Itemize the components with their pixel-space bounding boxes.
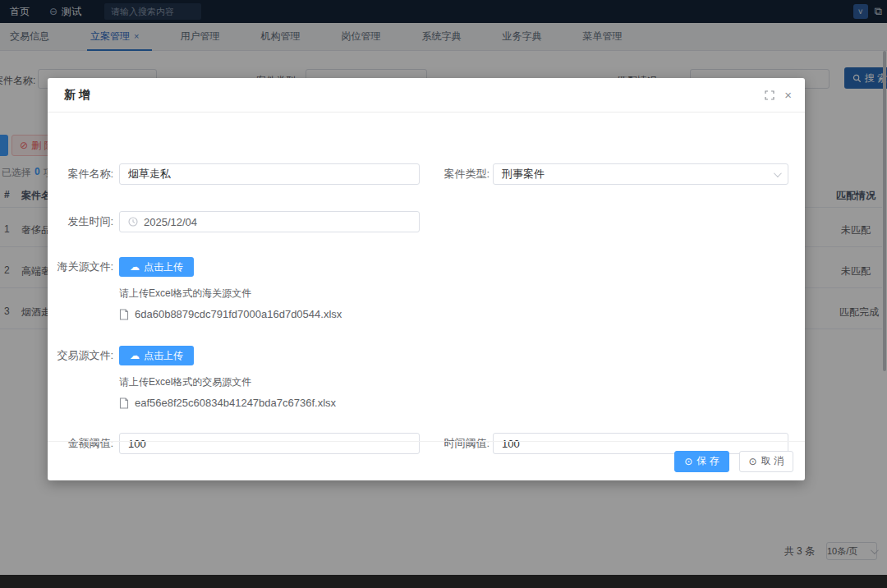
document-icon xyxy=(119,397,129,409)
customs-file-name: 6da60b8879cdc791fd7000a16d7d0544.xlsx xyxy=(135,308,342,320)
occur-time-label: 发生时间: xyxy=(48,211,113,232)
save-icon: ⊙ xyxy=(684,456,692,467)
trade-file-label: 交易源文件: xyxy=(48,345,113,366)
case-type-value: 刑事案件 xyxy=(502,167,545,181)
app-window: 首页 ⊖ 测试 ˅ ⧉ 交易信息 立案管理× 用户管理 机构管理 岗位管理 xyxy=(0,0,887,588)
cloud-upload-icon: ☁ xyxy=(130,261,140,273)
dialog-body: 案件名称: 案件类型: 刑事案件 发生时间: 2025/12/04 海关源文件:… xyxy=(48,113,805,449)
case-type-select[interactable]: 刑事案件 xyxy=(493,163,788,185)
occur-time-value: 2025/12/04 xyxy=(144,216,197,228)
trade-file-name: eaf56e8f25c60834b41247bda7c6736f.xlsx xyxy=(135,397,336,409)
dialog-footer: ⊙ 保 存 ⊙ 取 消 xyxy=(48,441,805,480)
dialog-title: 新 增 xyxy=(64,88,90,103)
occur-time-picker[interactable]: 2025/12/04 xyxy=(119,211,420,232)
chevron-down-icon xyxy=(774,169,782,177)
trade-file-item[interactable]: eaf56e8f25c60834b41247bda7c6736f.xlsx xyxy=(119,397,336,409)
case-name-label: 案件名称: xyxy=(48,163,113,185)
cancel-button[interactable]: ⊙ 取 消 xyxy=(739,451,793,472)
cancel-icon: ⊙ xyxy=(749,456,757,467)
customs-file-item[interactable]: 6da60b8879cdc791fd7000a16d7d0544.xlsx xyxy=(119,308,342,320)
customs-file-label: 海关源文件: xyxy=(48,256,113,278)
dialog-header: 新 增 × xyxy=(48,78,805,113)
add-case-dialog: 新 增 × 案件名称: 案件类型: 刑事案件 发生时间: xyxy=(48,78,805,480)
fullscreen-icon[interactable] xyxy=(765,90,774,100)
close-icon[interactable]: × xyxy=(784,89,792,101)
trade-upload-button[interactable]: ☁ 点击上传 xyxy=(119,346,194,365)
clock-icon xyxy=(128,217,138,227)
trade-upload-hint: 请上传Excel格式的交易源文件 xyxy=(119,375,251,389)
cloud-upload-icon: ☁ xyxy=(130,350,140,361)
case-name-input[interactable] xyxy=(119,163,420,185)
customs-upload-hint: 请上传Excel格式的海关源文件 xyxy=(119,287,251,301)
case-type-label: 案件类型: xyxy=(425,163,489,185)
customs-upload-button[interactable]: ☁ 点击上传 xyxy=(119,257,194,277)
save-button[interactable]: ⊙ 保 存 xyxy=(674,451,728,472)
document-icon xyxy=(119,309,129,320)
